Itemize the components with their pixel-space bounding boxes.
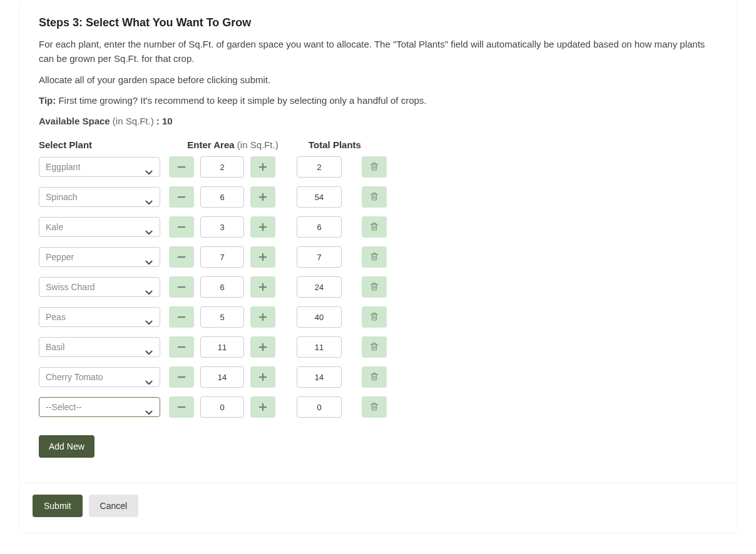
increment-button[interactable] [250,336,275,358]
area-stepper [169,336,275,358]
available-space-label: Available Space [39,116,110,126]
area-stepper [169,306,275,328]
tip-line: Tip: First time growing? It's recommend … [39,93,717,108]
area-input[interactable] [200,396,244,418]
increment-button[interactable] [250,246,275,268]
column-header-area: Enter Area (in Sq.Ft.) [176,139,289,150]
plus-icon [257,251,268,263]
cancel-button[interactable]: Cancel [89,495,139,517]
trash-icon [369,251,379,263]
decrement-button[interactable] [169,396,194,418]
plant-select[interactable]: Kale [39,217,160,237]
minus-icon [176,161,187,173]
tip-text: First time growing? It's recommend to ke… [56,95,426,106]
plant-select[interactable]: --Select-- [39,397,160,417]
area-input[interactable] [200,216,244,238]
delete-row-button[interactable] [362,276,387,298]
increment-button[interactable] [250,276,275,298]
area-input[interactable] [200,156,244,178]
delete-row-button[interactable] [362,336,387,358]
trash-icon [369,401,379,413]
minus-icon [176,251,187,263]
available-space-line: Available Space (in Sq.Ft.) : 10 [39,114,717,128]
plant-select[interactable]: Spinach [39,187,160,207]
trash-icon [369,281,379,293]
minus-icon [176,281,187,293]
plant-select-value: Spinach [46,192,78,202]
area-stepper [169,396,275,418]
total-plants-value: 24 [297,276,342,298]
plant-row: Pepper7 [39,246,717,268]
plus-icon [257,161,268,173]
delete-row-button[interactable] [362,306,387,328]
delete-row-button[interactable] [362,186,387,208]
plant-select-value: Kale [46,222,63,232]
area-input[interactable] [200,336,244,358]
decrement-button[interactable] [169,156,194,178]
plant-select[interactable]: Pepper [39,247,160,267]
plant-select[interactable]: Eggplant [39,157,160,177]
increment-button[interactable] [250,396,275,418]
total-plants-value: 54 [297,186,342,208]
total-plants-value: 0 [297,396,342,418]
minus-icon [176,221,187,233]
minus-icon [176,341,187,353]
trash-icon [369,221,379,233]
plus-icon [257,191,268,203]
trash-icon [369,191,379,203]
area-stepper [169,246,275,268]
decrement-button[interactable] [169,186,194,208]
tip-label: Tip: [39,95,56,106]
increment-button[interactable] [250,156,275,178]
add-new-button[interactable]: Add New [39,435,94,458]
area-input[interactable] [200,276,244,298]
decrement-button[interactable] [169,306,194,328]
plant-select[interactable]: Basil [39,337,160,357]
decrement-button[interactable] [169,366,194,388]
area-input[interactable] [200,186,244,208]
delete-row-button[interactable] [362,366,387,388]
plus-icon [257,221,268,233]
plant-select-value: Peas [46,312,66,322]
plant-select[interactable]: Swiss Chard [39,277,160,297]
minus-icon [176,191,187,203]
plant-select-value: Eggplant [46,162,80,172]
decrement-button[interactable] [169,246,194,268]
plant-select[interactable]: Cherry Tomato [39,367,160,387]
increment-button[interactable] [250,306,275,328]
area-input[interactable] [200,246,244,268]
minus-icon [176,401,187,413]
minus-icon [176,311,187,323]
delete-row-button[interactable] [362,156,387,178]
plant-row: Cherry Tomato14 [39,366,717,388]
plant-select-value: Pepper [46,252,74,262]
increment-button[interactable] [250,186,275,208]
plant-select-value: Cherry Tomato [46,372,103,382]
total-plants-value: 14 [297,366,342,388]
intro-text-2: Allocate all of your garden space before… [39,73,717,87]
increment-button[interactable] [250,216,275,238]
submit-button[interactable]: Submit [33,495,83,517]
area-input[interactable] [200,366,244,388]
plus-icon [257,371,268,383]
plant-row: Spinach54 [39,186,717,208]
decrement-button[interactable] [169,276,194,298]
plant-select[interactable]: Peas [39,307,160,327]
decrement-button[interactable] [169,216,194,238]
delete-row-button[interactable] [362,216,387,238]
minus-icon [176,371,187,383]
plant-select-value: Basil [46,342,64,352]
delete-row-button[interactable] [362,396,387,418]
plus-icon [257,311,268,323]
total-plants-value: 6 [297,216,342,238]
available-space-unit: (in Sq.Ft.) [110,116,156,126]
decrement-button[interactable] [169,336,194,358]
trash-icon [369,371,379,383]
increment-button[interactable] [250,366,275,388]
step-title: Steps 3: Select What You Want To Grow [39,16,717,29]
trash-icon [369,161,379,173]
total-plants-value: 40 [297,306,342,328]
area-stepper [169,216,275,238]
delete-row-button[interactable] [362,246,387,268]
area-input[interactable] [200,306,244,328]
